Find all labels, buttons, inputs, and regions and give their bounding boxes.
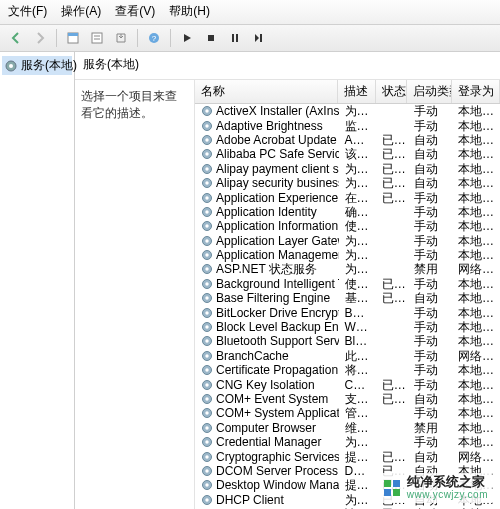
service-name-cell: Base Filtering Engine (195, 291, 339, 305)
restart-icon[interactable] (249, 28, 269, 48)
svg-point-58 (205, 426, 208, 429)
service-row[interactable]: CNG Key IsolationCNG…已启动手动本地系统 (195, 377, 500, 391)
gear-icon (201, 393, 213, 405)
services-list[interactable]: 名称 描述 状态 启动类型 登录为 ActiveX Installer (AxI… (195, 80, 500, 509)
col-header-logon[interactable]: 登录为 (452, 80, 500, 103)
service-desc: 维护… (339, 421, 376, 435)
export-icon[interactable] (111, 28, 131, 48)
service-name: Alibaba PC Safe Service (216, 147, 339, 161)
service-logon: 本地系统 (452, 363, 500, 377)
service-row[interactable]: Base Filtering Engine基本…已启动自动本地服务 (195, 291, 500, 305)
service-row[interactable]: Block Level Backup Engin…Win…手动本地系统 (195, 320, 500, 334)
service-row[interactable]: Application Information使用…手动本地系统 (195, 219, 500, 233)
service-row[interactable]: COM+ System Application管理…手动本地系统 (195, 406, 500, 420)
service-row[interactable]: Application Management为通…手动本地系统 (195, 248, 500, 262)
gear-icon (201, 465, 213, 477)
col-header-start[interactable]: 启动类型 (407, 80, 451, 103)
service-row[interactable]: ActiveX Installer (AxInstSV)为从…手动本地系统 (195, 104, 500, 118)
menu-help[interactable]: 帮助(H) (169, 3, 210, 20)
service-row[interactable]: Background Intelligent Tr…使用…已启动手动本地系统 (195, 277, 500, 291)
service-row[interactable]: Alibaba PC Safe Service该服…已启动自动本地系统 (195, 147, 500, 161)
col-header-name[interactable]: 名称 (195, 80, 338, 103)
service-row[interactable]: Alipay payment client sec…为支…已启动自动本地系统 (195, 162, 500, 176)
service-desc: CNG… (339, 378, 376, 392)
tree-node-label: 服务(本地) (21, 57, 77, 74)
service-row[interactable]: BitLocker Drive Encryptio…BDE…手动本地系统 (195, 305, 500, 319)
start-icon[interactable] (177, 28, 197, 48)
properties-icon[interactable] (63, 28, 83, 48)
service-logon: 本地系统 (452, 248, 500, 262)
gear-icon (201, 263, 213, 275)
svg-point-64 (205, 469, 208, 472)
stop-icon[interactable] (201, 28, 221, 48)
gear-icon (201, 364, 213, 376)
service-logon: 本地系统 (452, 306, 500, 320)
service-logon: 本地服务 (452, 291, 500, 305)
menu-file[interactable]: 文件(F) (8, 3, 47, 20)
service-row[interactable]: Application Layer Gatewa…为 In…手动本地服务 (195, 234, 500, 248)
service-row[interactable]: Adaptive Brightness监…手动本地服务 (195, 118, 500, 132)
service-logon: 本地系统 (452, 191, 500, 205)
service-desc: 基本… (339, 291, 376, 305)
service-start-type: 手动 (408, 406, 452, 420)
svg-point-54 (205, 397, 208, 400)
refresh-icon[interactable] (87, 28, 107, 48)
help-icon[interactable]: ? (144, 28, 164, 48)
service-name-cell: Certificate Propagation (195, 363, 339, 377)
service-logon: 本地系统 (452, 162, 500, 176)
service-row[interactable]: Adobe Acrobat Update S…Ado…已启动自动本地系统 (195, 133, 500, 147)
service-name-cell: Application Information (195, 219, 339, 233)
service-row[interactable]: Bluetooth Support ServiceBlu…手动本地服务 (195, 334, 500, 348)
service-row[interactable]: Cryptographic Services提供…已启动自动网络服务 (195, 449, 500, 463)
right-title: 服务(本地) (75, 52, 500, 80)
svg-point-36 (205, 268, 208, 271)
service-status: 已启动 (376, 147, 408, 161)
forward-icon[interactable] (30, 28, 50, 48)
svg-rect-6 (208, 35, 214, 41)
body: 服务(本地) 服务(本地) 选择一个项目来查看它的描述。 名称 描述 状态 启动… (0, 52, 500, 509)
service-row[interactable]: Application Experience在应…已启动手动本地系统 (195, 190, 500, 204)
service-name-cell: BitLocker Drive Encryptio… (195, 306, 339, 320)
pause-icon[interactable] (225, 28, 245, 48)
service-logon: 网络服务 (452, 349, 500, 363)
service-status: 已启动 (376, 450, 408, 464)
service-row[interactable]: Application Identity确…手动本地服务 (195, 205, 500, 219)
service-row[interactable]: Credential Manager为用…手动本地系统 (195, 435, 500, 449)
service-name-cell: Cryptographic Services (195, 450, 339, 464)
service-row[interactable]: COM+ Event System支持…已启动自动本地服务 (195, 392, 500, 406)
service-start-type: 手动 (408, 363, 452, 377)
service-desc: 为此… (339, 493, 376, 507)
service-start-type: 自动 (408, 176, 452, 190)
service-row[interactable]: ASP.NET 状态服务为 A…禁用网络服务 (195, 262, 500, 276)
service-status: 已启动 (376, 392, 408, 406)
service-start-type: 禁用 (408, 421, 452, 435)
service-desc: 为支… (339, 162, 376, 176)
service-name: Base Filtering Engine (216, 291, 330, 305)
back-icon[interactable] (6, 28, 26, 48)
svg-point-62 (205, 455, 208, 458)
col-header-desc[interactable]: 描述 (338, 80, 375, 103)
service-desc: 为通… (339, 248, 376, 262)
service-desc: Blu… (339, 334, 376, 348)
service-name: ASP.NET 状态服务 (216, 262, 317, 276)
service-name-cell: Application Management (195, 248, 339, 262)
service-name-cell: CNG Key Isolation (195, 378, 339, 392)
service-name: COM+ Event System (216, 392, 328, 406)
service-row[interactable]: Alipay security business s…为支…已启动自动本地系统 (195, 176, 500, 190)
svg-point-32 (205, 239, 208, 242)
service-row[interactable]: Computer Browser维护…禁用本地系统 (195, 421, 500, 435)
service-desc: 确… (339, 205, 376, 219)
service-logon: 本地系统 (452, 320, 500, 334)
service-start-type: 手动 (408, 349, 452, 363)
service-name: Application Layer Gatewa… (216, 234, 339, 248)
service-desc: 使用… (339, 277, 376, 291)
service-row[interactable]: BranchCache此服…手动网络服务 (195, 349, 500, 363)
tree-node-services-local[interactable]: 服务(本地) (2, 56, 72, 75)
menu-action[interactable]: 操作(A) (61, 3, 101, 20)
service-start-type: 手动 (408, 205, 452, 219)
service-desc: DCO… (339, 464, 376, 478)
col-header-status[interactable]: 状态 (376, 80, 408, 103)
service-logon: 本地系统 (452, 406, 500, 420)
menu-view[interactable]: 查看(V) (115, 3, 155, 20)
service-row[interactable]: Certificate Propagation将用…手动本地系统 (195, 363, 500, 377)
